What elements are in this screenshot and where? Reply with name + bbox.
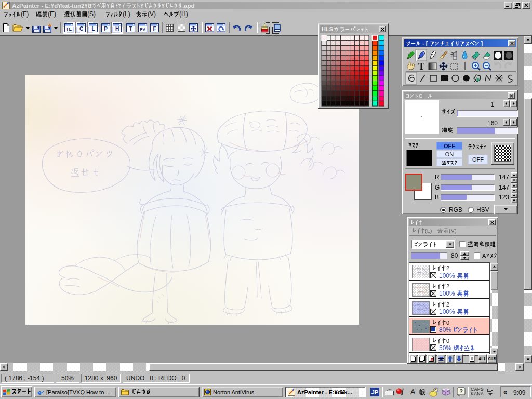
svg-text:L: L <box>91 26 95 32</box>
svg-text:TL: TL <box>66 26 72 32</box>
svg-text:C: C <box>79 26 83 32</box>
svg-text:T: T <box>129 26 132 32</box>
svg-text:P: P <box>104 26 108 32</box>
svg-text:T: T <box>418 61 424 72</box>
svg-text:F: F <box>153 26 156 32</box>
svg-text:H: H <box>115 26 119 32</box>
svg-text:e: e <box>38 389 41 396</box>
svg-text:PV: PV <box>140 27 145 32</box>
svg-text:?: ? <box>459 388 463 394</box>
